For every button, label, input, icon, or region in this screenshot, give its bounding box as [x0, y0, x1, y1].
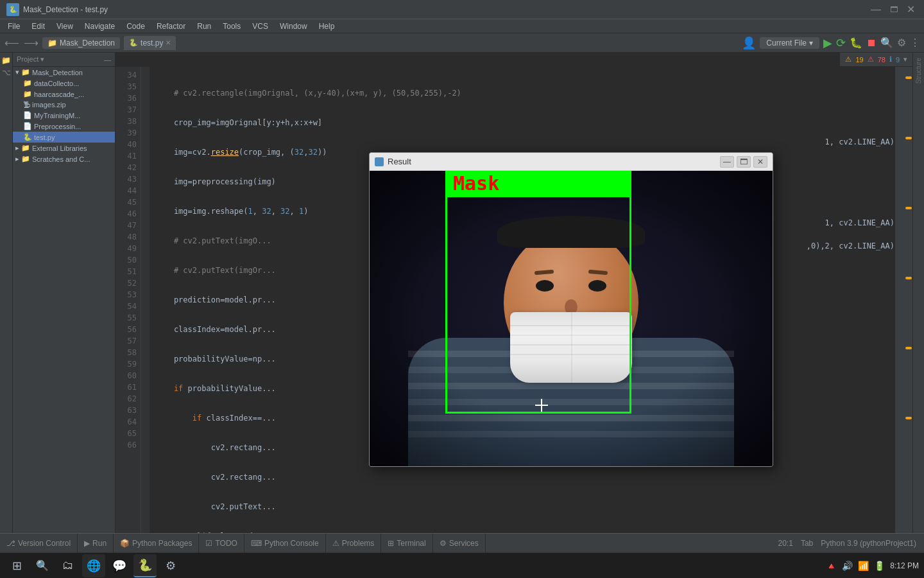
- folder-icon3: 📁: [23, 90, 32, 98]
- run-green-btn[interactable]: ▶: [823, 36, 832, 50]
- forward-btn[interactable]: ⟶: [23, 36, 38, 50]
- menu-navigate[interactable]: Navigate: [80, 21, 120, 32]
- terminal-icon: ⊞: [388, 539, 394, 548]
- tray-icon-1[interactable]: 🔺: [826, 561, 837, 571]
- bbox-label-bg: Mask: [445, 171, 631, 197]
- project-selector[interactable]: 📁 Mask_Detection: [42, 37, 120, 49]
- tray-icon-2[interactable]: 🔊: [842, 561, 853, 571]
- app-titlebar: 🐍 Mask_Detection - test.py — 🗖 ✕: [0, 0, 924, 19]
- file-tab[interactable]: 🐍 test.py ✕: [124, 36, 176, 50]
- structure-side-strip[interactable]: Structure: [912, 53, 924, 533]
- menu-view[interactable]: View: [51, 21, 78, 32]
- code-line-49: elif classIndex...: [155, 530, 898, 533]
- code-line-48: cv2.putText...: [155, 501, 898, 512]
- tab-problems[interactable]: ⚠ Problems: [326, 534, 382, 553]
- tab-terminal[interactable]: ⊞ Terminal: [381, 534, 432, 553]
- run-tab-icon: ▶: [84, 539, 90, 548]
- expand-warnings-btn[interactable]: ▾: [903, 55, 907, 64]
- crosshair-cursor: [535, 399, 548, 412]
- window-controls: — 🗖 ✕: [868, 3, 918, 15]
- tab-python-console[interactable]: ⌨ Python Console: [244, 534, 326, 553]
- more-btn[interactable]: ⋮: [910, 37, 920, 49]
- search-everywhere-btn[interactable]: 🔍: [880, 37, 893, 49]
- bottom-tabs: ⎇ Version Control ▶ Run 📦 Python Package…: [0, 533, 924, 552]
- cursor-position: 20:1: [778, 539, 793, 548]
- result-maximize-btn[interactable]: 🗖: [737, 156, 751, 168]
- problems-label: Problems: [342, 539, 375, 548]
- close-tab-btn[interactable]: ✕: [166, 39, 171, 46]
- tab-version-control[interactable]: ⎇ Version Control: [0, 534, 78, 553]
- menu-vcs[interactable]: VCS: [247, 21, 273, 32]
- account-btn[interactable]: 👤: [742, 36, 756, 50]
- tree-item-haarcascade[interactable]: 📁 haarcascade_...: [13, 89, 115, 100]
- app-logo: 🐍: [6, 3, 19, 16]
- structure-strip[interactable]: [894, 53, 903, 533]
- python-icon: 🐍: [23, 133, 32, 141]
- tab-python-packages[interactable]: 📦 Python Packages: [114, 534, 199, 553]
- result-window-titlebar: Result — 🗖 ✕: [370, 153, 773, 171]
- back-btn[interactable]: ⟵: [4, 36, 19, 50]
- menu-refactor[interactable]: Refactor: [151, 21, 191, 32]
- collapse-icon[interactable]: —: [104, 56, 111, 64]
- current-file-selector[interactable]: Current File ▾: [760, 37, 819, 49]
- menu-edit[interactable]: Edit: [26, 21, 50, 32]
- tree-item-data-collector[interactable]: 📁 dataCollecto...: [13, 78, 115, 89]
- tab-services[interactable]: ⚙ Services: [433, 534, 486, 553]
- version-control-icon: ⎇: [6, 539, 15, 548]
- tree-item-preprocessing[interactable]: 📄 Preprocessin...: [13, 121, 115, 132]
- menu-help[interactable]: Help: [314, 21, 340, 32]
- main-area: 📁 ⌥ Project ▾ — ▾ 📁 Mask_Detection 📁 dat…: [0, 53, 924, 533]
- dropdown-icon: ▾: [809, 39, 813, 48]
- menu-window[interactable]: Window: [275, 21, 312, 32]
- menu-file[interactable]: File: [3, 21, 25, 32]
- menu-code[interactable]: Code: [121, 21, 150, 32]
- minimize-btn[interactable]: —: [868, 4, 884, 15]
- tree-item-mask-detection[interactable]: ▾ 📁 Mask_Detection: [13, 67, 115, 78]
- arrow-closed: ▸: [15, 144, 19, 152]
- windows-start-btn[interactable]: ⊞: [5, 554, 28, 577]
- tree-item-images-zip[interactable]: 🗜 images.zip: [13, 100, 115, 110]
- pycharm-btn[interactable]: 🐍: [133, 554, 157, 577]
- tab-todo[interactable]: ☑ TODO: [199, 534, 244, 553]
- tree-item-ext-libs[interactable]: ▸ 📁 External Libraries: [13, 143, 115, 153]
- result-window-controls: — 🗖 ✕: [720, 156, 767, 168]
- tree-label3: haarcascade_...: [34, 91, 84, 98]
- settings-btn[interactable]: ⚙: [897, 37, 906, 49]
- editor-area: ⚠ 19 ⚠ 78 ℹ 9 ▾ 34 35 36 37 38 39 40 41 …: [116, 53, 912, 533]
- python-packages-label: Python Packages: [132, 539, 192, 548]
- project-icon-btn[interactable]: 📁: [1, 55, 12, 66]
- result-title-area: Result: [375, 157, 411, 166]
- maximize-btn[interactable]: 🗖: [887, 5, 900, 14]
- tree-item-scratches[interactable]: ▸ 📁 Scratches and C...: [13, 153, 115, 164]
- logo-text: 🐍: [9, 6, 17, 13]
- chrome-btn[interactable]: 🌐: [82, 554, 105, 577]
- tab-run[interactable]: ▶ Run: [78, 534, 114, 553]
- menu-tools[interactable]: Tools: [218, 21, 246, 32]
- debug-btn[interactable]: 🐛: [850, 37, 862, 49]
- bbox-label-text: Mask: [453, 172, 499, 195]
- search-taskbar-btn[interactable]: 🔍: [31, 554, 54, 577]
- tree-item-mytraining[interactable]: 📄 MyTrainingM...: [13, 110, 115, 121]
- close-btn[interactable]: ✕: [904, 3, 918, 15]
- battery-icon[interactable]: 🔋: [874, 561, 885, 571]
- menu-run[interactable]: Run: [192, 21, 216, 32]
- python-packages-icon: 📦: [120, 539, 130, 548]
- whatsapp-btn[interactable]: 💬: [108, 554, 131, 577]
- os-taskbar: ⊞ 🔍 🗂 🌐 💬 🐍 ⚙ 🔺 🔊 📶 🔋 8:12 PM: [0, 552, 924, 578]
- tree-label: Mask_Detection: [32, 69, 83, 76]
- commit-icon-btn[interactable]: ⌥: [2, 68, 11, 77]
- result-close-btn[interactable]: ✕: [753, 156, 767, 168]
- bounding-box: Mask: [445, 195, 631, 414]
- file-explorer-btn[interactable]: 🗂: [56, 554, 80, 577]
- stop-btn[interactable]: ⏹: [866, 37, 877, 49]
- folder-icon4: 📁: [21, 144, 30, 152]
- result-minimize-btn[interactable]: —: [720, 156, 734, 168]
- result-logo: [375, 157, 384, 166]
- settings-taskbar-btn[interactable]: ⚙: [159, 554, 182, 577]
- tree-item-testpy[interactable]: 🐍 test.py: [13, 132, 115, 143]
- tree-label9: Scratches and C...: [32, 155, 90, 163]
- problems-icon: ⚠: [332, 539, 339, 548]
- network-icon[interactable]: 📶: [858, 561, 869, 571]
- python-version: Python 3.9 (pythonProject1): [821, 539, 916, 548]
- run-green2-btn[interactable]: ⟳: [836, 36, 846, 50]
